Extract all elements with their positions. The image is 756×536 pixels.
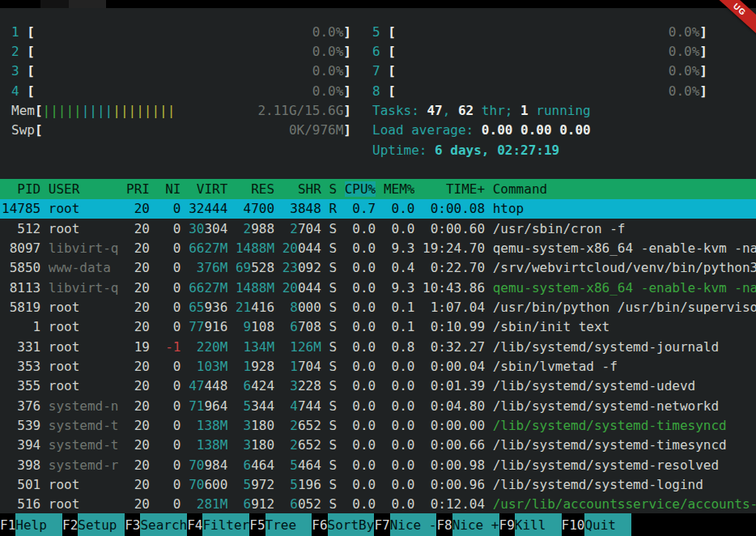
time-cell: 0:00.08 (423, 201, 485, 216)
fnkey-number: F8 (436, 513, 452, 536)
pid-cell: 8113 (2, 280, 40, 296)
cpu-meter-number: 2 (11, 44, 19, 59)
process-row-8097[interactable]: 8097libvirt-q2006627M1488M20044S0.09.319… (0, 238, 756, 257)
pid-cell: 516 (2, 496, 40, 512)
fnkey-f8[interactable]: F8Nice + (436, 513, 499, 536)
nice-cell: 0 (158, 359, 181, 374)
cpu-percent-cell: 0.0 (345, 477, 376, 492)
process-table: PIDUSERPRINIVIRTRESSHRSCPU%MEM%TIME+Comm… (0, 179, 756, 513)
process-row-516[interactable]: 516root200281M69126052S0.00.00:12.04/usr… (0, 495, 756, 513)
process-row-501[interactable]: 501root2007060059725196S0.00.00:00.96/li… (0, 474, 756, 494)
nice-cell: 0 (158, 496, 181, 512)
priority-cell: 20 (126, 319, 150, 334)
fnkey-number: F1 (0, 513, 15, 536)
fnkey-f5[interactable]: F5Tree (249, 513, 312, 536)
cpu-meter-number: 6 (372, 44, 380, 59)
command-cell: qemu-system-x86_64 -enable-kvm -na (493, 240, 756, 256)
cpu-percent-cell: 0.0 (345, 496, 376, 512)
fnkey-f9[interactable]: F9Kill (499, 513, 562, 536)
cpu-meter-number: 4 (11, 83, 19, 99)
pid-cell: 539 (2, 418, 40, 433)
top-strip-segment (69, 0, 106, 8)
fnkey-number: F2 (62, 513, 78, 536)
time-cell: 0:22.70 (423, 260, 485, 275)
fnkey-f1[interactable]: F1Help (0, 513, 62, 536)
state-cell: S (329, 437, 337, 453)
process-row-1[interactable]: 1root2007791691086708S0.00.10:10.99/sbin… (0, 317, 756, 337)
column-header-pid[interactable]: PID (2, 181, 40, 197)
process-row-376[interactable]: 376systemd-n2007196453444744S0.00.00:04.… (0, 396, 756, 415)
memory-cache-bars: |||||||| (113, 103, 175, 118)
time-cell: 0:00.66 (423, 437, 485, 453)
process-row-394[interactable]: 394systemd-t200138M31802652S0.00.00:00.6… (0, 436, 756, 455)
fnkey-label: Tree (265, 513, 312, 536)
cpu-meter-4: 4 [0.0%] (11, 81, 351, 100)
cpu-meter-2: 2 [0.0%] (11, 41, 351, 61)
nice-cell: 0 (158, 260, 181, 275)
process-row-512[interactable]: 512root2003030429882704S0.00.00:00.60/us… (0, 219, 756, 238)
nice-cell: -1 (158, 339, 181, 355)
cpu-percent-cell: 0.0 (345, 319, 376, 334)
nice-cell: 0 (158, 398, 181, 414)
column-header-s[interactable]: S (329, 181, 337, 197)
cpu-meter-6: 6 [0.0%] (372, 41, 707, 61)
state-cell: S (329, 496, 337, 512)
process-row-8113[interactable]: 8113libvirt-q2006627M1488M20044S0.09.310… (0, 278, 756, 297)
user-cell: systemd-r (49, 457, 119, 473)
fnkey-f10[interactable]: F10Quit (562, 513, 632, 536)
state-cell: R (329, 201, 337, 216)
state-cell: S (329, 477, 337, 492)
column-header-time[interactable]: TIME+ (423, 181, 485, 197)
cpu-meter-number: 8 (372, 83, 380, 99)
priority-cell: 20 (126, 201, 150, 216)
cpu-meter-value: 0.0% (312, 44, 344, 59)
column-header-shr[interactable]: SHR (282, 181, 321, 197)
command-cell: /lib/systemd/systemd-timesyncd (493, 437, 756, 453)
fnkey-f6[interactable]: F6SortBy (312, 513, 374, 536)
state-cell: S (329, 378, 337, 393)
process-row-5850[interactable]: 5850www-data200376M6952823092S0.00.40:22… (0, 258, 756, 278)
column-header-mem[interactable]: MEM% (384, 181, 415, 197)
column-header-pri[interactable]: PRI (126, 181, 150, 197)
top-strip-segment (40, 0, 69, 8)
cpu-percent-cell: 0.0 (345, 398, 376, 414)
fnkey-label: SortBy (328, 513, 375, 536)
cpu-meter-8: 8 [0.0%] (372, 81, 707, 100)
process-row-355[interactable]: 355root2004744864243228S0.00.00:01.39/li… (0, 376, 756, 396)
user-cell: libvirt-q (49, 280, 119, 296)
time-cell: 0:00.04 (423, 359, 485, 374)
fnkey-f7[interactable]: F7Nice - (374, 513, 436, 536)
priority-cell: 20 (126, 240, 150, 256)
cpu-meter-value: 0.0% (669, 63, 700, 79)
uptime-value: 6 days, 02:27:19 (435, 143, 559, 158)
column-header-user[interactable]: USER (49, 181, 119, 197)
command-cell: htop (493, 201, 756, 216)
process-row-353[interactable]: 353root200103M19281704S0.00.00:00.04/sbi… (0, 356, 756, 376)
state-cell: S (329, 300, 337, 315)
column-header-res[interactable]: RES (236, 181, 274, 197)
column-header-cpu[interactable]: CPU% (345, 181, 376, 197)
user-cell: root (49, 359, 119, 374)
fnkey-f3[interactable]: F3Search (125, 513, 187, 536)
fnkey-f2[interactable]: F2Setup (62, 513, 125, 536)
priority-cell: 20 (126, 359, 150, 374)
time-cell: 10:43.86 (423, 280, 485, 296)
column-header-command[interactable]: Command (493, 181, 756, 197)
pid-cell: 355 (2, 378, 40, 393)
memory-used-bars: ||||| (43, 103, 82, 118)
state-cell: S (329, 398, 337, 414)
process-row-331[interactable]: 331root19-1220M134M126MS0.00.80:32.27/li… (0, 337, 756, 356)
process-row-398[interactable]: 398systemd-r2007098464645464S0.00.00:00.… (0, 455, 756, 474)
column-header-virt[interactable]: VIRT (189, 181, 227, 197)
fnkey-f4[interactable]: F4Filter (187, 513, 249, 536)
mem-percent-cell: 9.3 (384, 280, 415, 296)
process-row-5819[interactable]: 5819root20065936214168000S0.00.11:07.04/… (0, 297, 756, 317)
pid-cell: 14785 (2, 201, 40, 216)
fnkey-label: Setup (78, 513, 125, 536)
cpu-percent-cell: 0.0 (345, 240, 376, 256)
htop-screen: UG 1 [0.0%]2 [0.0%]3 [0.0%]4 [0.0%]Mem[|… (0, 0, 756, 536)
column-header-ni[interactable]: NI (158, 181, 181, 197)
process-row-539[interactable]: 539systemd-t200138M31802652S0.00.00:00.0… (0, 415, 756, 435)
state-cell: S (329, 280, 337, 296)
process-row-14785[interactable]: 14785root2003244447003848R0.70.00:00.08h… (0, 199, 756, 219)
